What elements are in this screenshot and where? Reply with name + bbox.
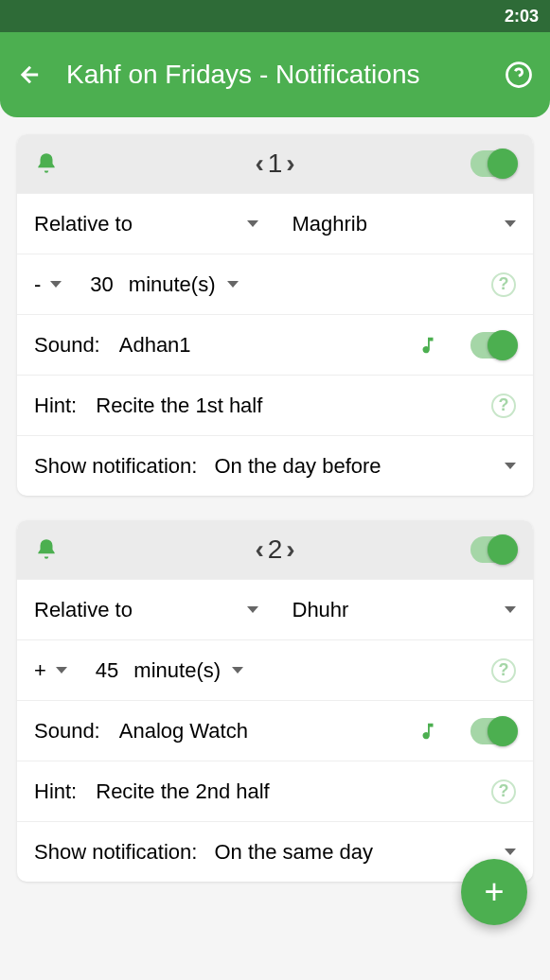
relative-to-value-dropdown[interactable]: Maghrib	[275, 212, 534, 236]
card-header: ‹ 1 ›	[17, 134, 533, 193]
bell-icon	[34, 151, 59, 176]
music-note-icon[interactable]	[417, 335, 438, 356]
hint-help-button[interactable]: ?	[491, 394, 516, 418]
chevron-down-icon	[227, 281, 239, 288]
sound-label: Sound:	[34, 333, 100, 358]
sound-value[interactable]: Analog Watch	[119, 719, 248, 744]
relative-to-value: Maghrib	[293, 212, 367, 236]
relative-to-label: Relative to	[34, 212, 133, 236]
unit-label: minute(s)	[133, 658, 221, 683]
offset-value[interactable]: 30	[90, 272, 113, 297]
sound-toggle[interactable]	[470, 332, 516, 359]
back-button[interactable]	[17, 61, 44, 88]
help-icon	[505, 61, 533, 89]
content-area: ‹ 1 › Relative to Maghrib - 30 min	[0, 117, 550, 899]
bell-icon	[34, 537, 59, 562]
hint-help-button[interactable]: ?	[491, 779, 516, 804]
hint-value[interactable]: Recite the 1st half	[96, 394, 262, 418]
status-time: 2:03	[505, 7, 539, 26]
sound-row: Sound: Analog Watch	[17, 700, 533, 761]
sign-value: -	[34, 272, 41, 297]
relative-to-row: Relative to Maghrib	[17, 193, 533, 254]
prev-card-button[interactable]: ‹	[255, 534, 263, 565]
show-notification-row[interactable]: Show notification: On the day before	[17, 435, 533, 496]
back-arrow-icon	[17, 61, 44, 88]
hint-row: Hint: Recite the 2nd half ?	[17, 761, 533, 821]
offset-row: - 30 minute(s) ?	[17, 254, 533, 314]
unit-dropdown[interactable]: minute(s)	[129, 272, 239, 297]
music-note-icon[interactable]	[417, 721, 438, 742]
show-notification-value: On the same day	[214, 840, 373, 865]
relative-to-value: Dhuhr	[293, 598, 349, 622]
status-bar: 2:03	[0, 0, 550, 32]
hint-label: Hint:	[34, 394, 77, 418]
offset-row: + 45 minute(s) ?	[17, 639, 533, 700]
chevron-down-icon	[505, 849, 516, 855]
relative-to-label: Relative to	[34, 598, 133, 622]
chevron-down-icon	[247, 220, 258, 227]
sign-dropdown[interactable]: +	[34, 658, 67, 683]
card-enable-toggle[interactable]	[470, 150, 516, 177]
sign-dropdown[interactable]: -	[34, 272, 62, 297]
show-notification-value: On the day before	[214, 454, 381, 479]
prev-card-button[interactable]: ‹	[255, 149, 263, 179]
relative-to-label-dropdown[interactable]: Relative to	[17, 598, 275, 622]
hint-label: Hint:	[34, 779, 77, 804]
chevron-down-icon	[50, 281, 62, 288]
sign-value: +	[34, 658, 46, 683]
header-help-button[interactable]	[505, 61, 533, 89]
offset-value[interactable]: 45	[96, 658, 118, 683]
sound-toggle[interactable]	[470, 718, 516, 744]
chevron-down-icon	[232, 667, 243, 674]
unit-label: minute(s)	[129, 272, 216, 297]
next-card-button[interactable]: ›	[286, 534, 294, 565]
show-notification-label: Show notification:	[34, 840, 197, 865]
app-bar: Kahf on Fridays - Notifications	[0, 32, 550, 117]
card-enable-toggle[interactable]	[470, 536, 516, 563]
sound-label: Sound:	[34, 719, 100, 744]
hint-value[interactable]: Recite the 2nd half	[96, 779, 269, 804]
show-notification-row[interactable]: Show notification: On the same day	[17, 821, 533, 882]
chevron-down-icon	[56, 667, 67, 674]
sound-value[interactable]: Adhan1	[119, 333, 191, 358]
chevron-down-icon	[505, 463, 516, 469]
page-title: Kahf on Fridays - Notifications	[66, 60, 482, 90]
offset-help-button[interactable]: ?	[491, 272, 516, 297]
chevron-down-icon	[505, 606, 516, 613]
card-index: 2	[268, 534, 283, 565]
card-index: 1	[268, 149, 283, 179]
card-index-nav: ‹ 1 ›	[255, 149, 294, 179]
relative-to-value-dropdown[interactable]: Dhuhr	[275, 598, 534, 622]
show-notification-label: Show notification:	[34, 454, 197, 479]
card-header: ‹ 2 ›	[17, 520, 533, 579]
plus-icon: +	[484, 872, 504, 912]
relative-to-row: Relative to Dhuhr	[17, 579, 533, 639]
next-card-button[interactable]: ›	[286, 149, 294, 179]
notification-card: ‹ 1 › Relative to Maghrib - 30 min	[17, 134, 533, 496]
hint-row: Hint: Recite the 1st half ?	[17, 375, 533, 435]
card-index-nav: ‹ 2 ›	[255, 534, 294, 565]
chevron-down-icon	[505, 220, 516, 227]
add-notification-fab[interactable]: +	[461, 859, 527, 925]
chevron-down-icon	[247, 606, 258, 613]
notification-card: ‹ 2 › Relative to Dhuhr + 45 minut	[17, 520, 533, 882]
offset-help-button[interactable]: ?	[491, 658, 516, 683]
relative-to-label-dropdown[interactable]: Relative to	[17, 212, 275, 236]
sound-row: Sound: Adhan1	[17, 314, 533, 375]
unit-dropdown[interactable]: minute(s)	[133, 658, 243, 683]
